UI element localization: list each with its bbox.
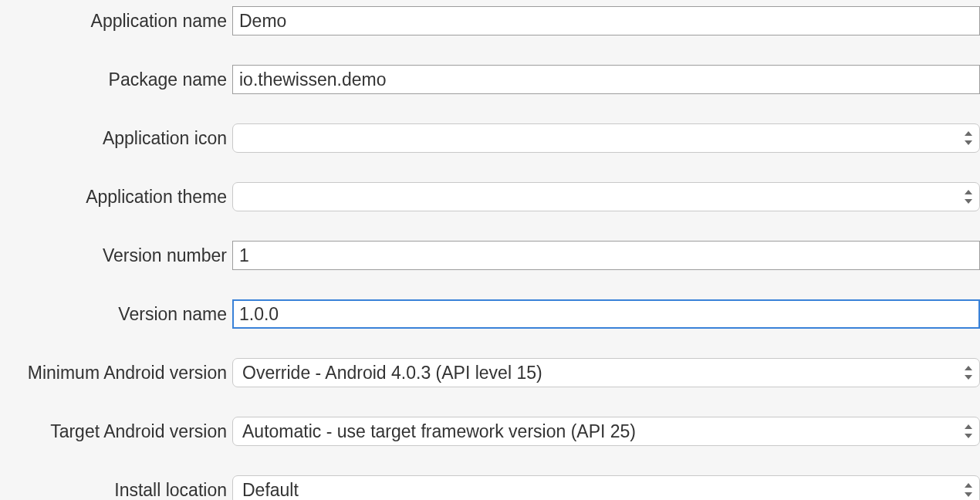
label-application-name: Application name [0, 11, 232, 32]
label-version-name: Version name [0, 304, 232, 325]
row-application-icon: Application icon [0, 123, 980, 153]
control-package-name: io.thewissen.demo [232, 65, 980, 94]
label-version-number: Version number [0, 245, 232, 266]
input-application-name[interactable]: Demo [232, 6, 980, 35]
row-target-android-version: Target Android version Automatic - use t… [0, 417, 980, 446]
select-minimum-android-version-value: Override - Android 4.0.3 (API level 15) [232, 358, 980, 387]
control-install-location: Default [232, 475, 980, 500]
input-version-name[interactable]: 1.0.0 [232, 299, 980, 329]
control-application-theme [232, 182, 980, 211]
row-minimum-android-version: Minimum Android version Override - Andro… [0, 358, 980, 387]
control-target-android-version: Automatic - use target framework version… [232, 417, 980, 446]
select-install-location[interactable]: Default [232, 475, 980, 500]
row-package-name: Package name io.thewissen.demo [0, 65, 980, 94]
input-version-number[interactable]: 1 [232, 241, 980, 270]
select-application-theme-value [232, 182, 980, 211]
control-application-name: Demo [232, 6, 980, 35]
label-minimum-android-version: Minimum Android version [0, 363, 232, 383]
control-minimum-android-version: Override - Android 4.0.3 (API level 15) [232, 358, 980, 387]
select-application-icon-value [232, 123, 980, 153]
select-application-icon[interactable] [232, 123, 980, 153]
control-version-name: 1.0.0 [232, 299, 980, 329]
label-application-theme: Application theme [0, 187, 232, 208]
row-install-location: Install location Default [0, 475, 980, 500]
row-application-name: Application name Demo [0, 6, 980, 35]
row-application-theme: Application theme [0, 182, 980, 211]
row-version-number: Version number 1 [0, 241, 980, 270]
android-manifest-form: Application name Demo Package name io.th… [0, 0, 980, 500]
label-package-name: Package name [0, 69, 232, 90]
row-version-name: Version name 1.0.0 [0, 299, 980, 329]
select-install-location-value: Default [232, 475, 980, 500]
select-application-theme[interactable] [232, 182, 980, 211]
control-version-number: 1 [232, 241, 980, 270]
select-minimum-android-version[interactable]: Override - Android 4.0.3 (API level 15) [232, 358, 980, 387]
label-target-android-version: Target Android version [0, 421, 232, 442]
label-application-icon: Application icon [0, 128, 232, 149]
select-target-android-version-value: Automatic - use target framework version… [232, 417, 980, 446]
select-target-android-version[interactable]: Automatic - use target framework version… [232, 417, 980, 446]
control-application-icon [232, 123, 980, 153]
label-install-location: Install location [0, 480, 232, 501]
input-package-name[interactable]: io.thewissen.demo [232, 65, 980, 94]
